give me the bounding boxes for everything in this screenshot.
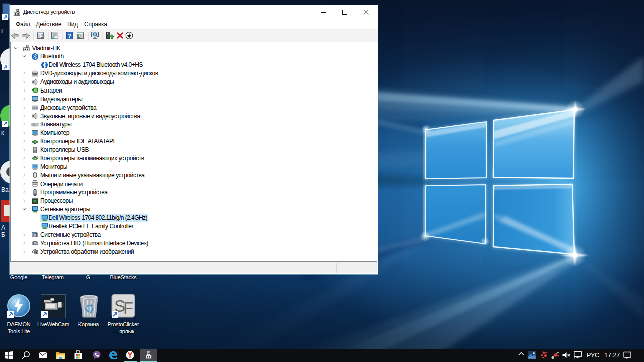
svg-text:к: к	[1, 129, 4, 136]
svg-text:F: F	[123, 299, 133, 317]
svg-text:?: ?	[68, 33, 71, 39]
svg-text:Б: Б	[1, 231, 5, 238]
svg-text:РУС: РУС	[587, 352, 599, 359]
svg-text:17:27: 17:27	[604, 352, 620, 359]
svg-text:A: A	[1, 224, 5, 231]
svg-text:F: F	[1, 28, 5, 35]
svg-text:Ba: Ba	[1, 186, 9, 193]
